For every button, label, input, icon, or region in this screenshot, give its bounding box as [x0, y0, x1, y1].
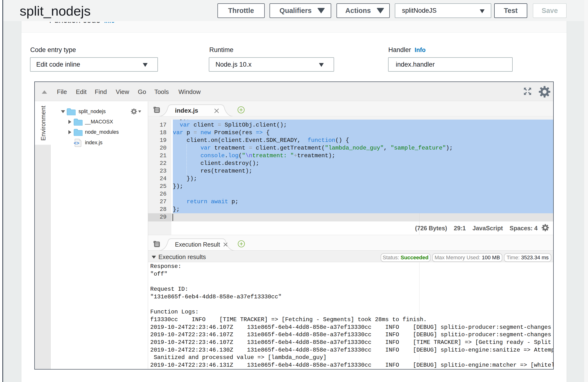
- svg-text:<>: <>: [74, 140, 79, 146]
